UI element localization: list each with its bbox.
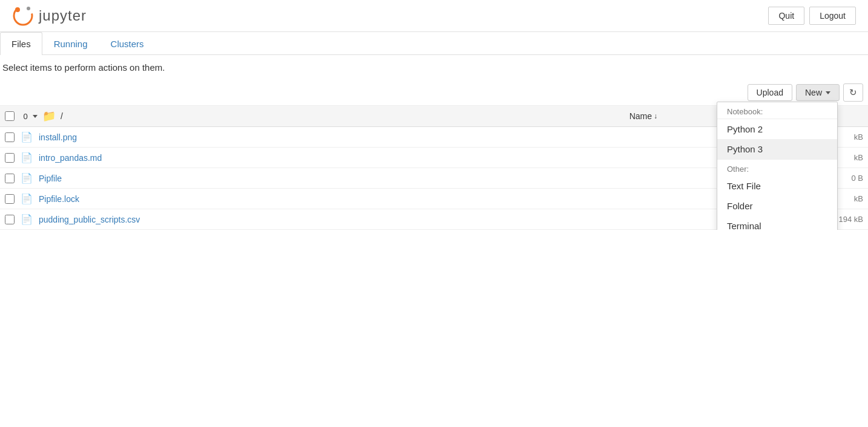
file-link[interactable]: pudding_public_scripts.csv	[39, 215, 700, 224]
jupyter-logo-icon	[12, 5, 34, 27]
other-section-label: Other:	[717, 160, 837, 176]
select-hint: Select items to perform actions on them.	[0, 55, 868, 80]
main-content: Select items to perform actions on them.…	[0, 55, 868, 230]
select-all-checkbox[interactable]	[5, 111, 15, 121]
file-checkbox[interactable]	[5, 153, 15, 163]
header: jupyter Quit Logout	[0, 0, 868, 32]
name-sort-button[interactable]: Name ↓	[630, 111, 657, 121]
file-size: kB	[854, 132, 863, 142]
file-size: 194 kB	[839, 215, 863, 224]
header-buttons: Quit Logout	[768, 7, 856, 25]
file-checkbox[interactable]	[5, 215, 15, 224]
file-checkbox[interactable]	[5, 174, 15, 183]
svg-point-1	[15, 7, 20, 12]
file-count-number: 0	[19, 112, 31, 121]
toolbar-wrapper: Upload New ↻ Notebook: Python 2 Python 3…	[0, 80, 868, 106]
upload-button[interactable]: Upload	[748, 84, 792, 101]
python2-item[interactable]: Python 2	[717, 119, 837, 139]
file-checkbox[interactable]	[5, 194, 15, 204]
file-type-icon: 📄	[21, 214, 33, 225]
file-link[interactable]: install.png	[39, 132, 700, 142]
refresh-button[interactable]: ↻	[843, 83, 863, 102]
logout-button[interactable]: Logout	[809, 7, 856, 25]
file-type-icon: 📄	[21, 152, 33, 163]
tab-clusters[interactable]: Clusters	[99, 32, 156, 55]
file-link[interactable]: Pipfile.lock	[39, 194, 700, 204]
file-type-icon: 📄	[21, 193, 33, 204]
file-count-badge: 0	[19, 112, 38, 121]
file-size: 0 B	[851, 174, 863, 183]
count-dropdown-icon[interactable]	[33, 115, 38, 118]
notebook-section-label: Notebook:	[717, 102, 837, 119]
folder-item[interactable]: Folder	[717, 196, 837, 216]
file-type-icon: 📄	[21, 131, 33, 143]
file-link[interactable]: Pipfile	[39, 174, 700, 183]
file-link[interactable]: intro_pandas.md	[39, 153, 700, 163]
new-dropdown-menu: Notebook: Python 2 Python 3 Other: Text …	[717, 102, 838, 230]
current-path: /	[61, 111, 63, 121]
python3-item[interactable]: Python 3	[717, 139, 837, 159]
tab-running[interactable]: Running	[42, 32, 99, 55]
svg-point-2	[27, 7, 30, 10]
file-size: kB	[854, 194, 863, 203]
file-type-icon: 📄	[21, 172, 33, 184]
new-button[interactable]: New	[796, 84, 840, 101]
logo-text: jupyter	[39, 7, 87, 24]
file-checkbox[interactable]	[5, 132, 15, 142]
logo-area: jupyter	[12, 5, 87, 27]
tab-files[interactable]: Files	[0, 32, 42, 55]
text-file-item[interactable]: Text File	[717, 176, 837, 196]
tabs-bar: Files Running Clusters	[0, 32, 868, 55]
new-dropdown-caret-icon	[826, 91, 830, 94]
sort-arrow-icon: ↓	[654, 112, 657, 120]
terminal-item[interactable]: Terminal	[717, 216, 837, 230]
folder-icon: 📁	[42, 109, 56, 123]
file-size: kB	[854, 153, 863, 162]
quit-button[interactable]: Quit	[768, 7, 804, 25]
